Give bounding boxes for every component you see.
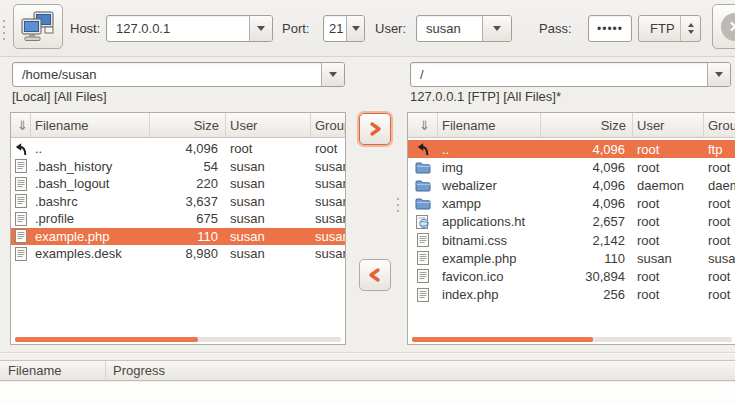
text-file-icon [15, 194, 27, 208]
sort-descending-icon: ⇓ [419, 118, 430, 133]
toolbar: Host: 127.0.0.1 Port: 21 User: susan Pas… [0, 0, 735, 57]
chevron-down-icon [352, 26, 360, 31]
remote-path-input[interactable]: / [411, 63, 707, 86]
user-dropdown-button[interactable] [482, 16, 511, 41]
file-row[interactable]: .profile 675 susan susan [11, 210, 345, 228]
local-file-list: ⇓ Filename Size User Group .. 4,096 root… [10, 112, 346, 345]
file-row[interactable]: applications.ht 2,657 root root [408, 213, 735, 231]
local-path-dropdown-button[interactable] [321, 63, 344, 86]
port-label: Port: [282, 21, 309, 36]
port-combo[interactable]: 21 [323, 15, 365, 42]
transfer-splitter-handle[interactable] [0, 352, 735, 354]
spin-up-icon [688, 23, 694, 27]
spin-down-icon [688, 30, 694, 34]
stop-button[interactable]: ✕ [712, 4, 735, 49]
sort-column-header[interactable]: ⇓ [408, 113, 438, 137]
host-combo[interactable]: 127.0.0.1 [106, 15, 273, 42]
column-divider [105, 361, 106, 381]
filename-column-header[interactable]: Filename [438, 113, 541, 137]
size-column-header[interactable]: Size [541, 113, 633, 137]
sort-descending-icon: ⇓ [17, 118, 28, 133]
stop-x-icon: ✕ [721, 13, 735, 41]
scrollbar-thumb[interactable] [412, 337, 593, 342]
file-row[interactable]: examples.desk 8,980 susan susan [11, 245, 345, 263]
text-file-icon [15, 177, 27, 191]
protocol-value: FTP [639, 16, 680, 41]
arrow-left-icon [368, 267, 382, 283]
file-row[interactable]: .bash_logout 220 susan susan [11, 175, 345, 193]
pass-label: Pass: [539, 21, 572, 36]
file-row[interactable]: xampp 4,096 root root [408, 195, 735, 213]
user-combo[interactable]: susan [416, 15, 512, 42]
updir-arrow-icon [417, 142, 430, 156]
transfer-right-button[interactable] [359, 113, 391, 145]
queue-progress-column-header[interactable]: Progress [113, 363, 165, 378]
text-file-icon [15, 212, 27, 226]
remote-horizontal-scrollbar[interactable] [412, 337, 732, 342]
user-label: User: [375, 21, 406, 36]
text-file-icon [417, 233, 429, 247]
password-input[interactable]: ••••• [588, 15, 632, 42]
folder-icon [415, 161, 431, 174]
local-path-combo[interactable]: /home/susan [12, 62, 345, 87]
host-input[interactable]: 127.0.0.1 [107, 16, 249, 41]
host-dropdown-button[interactable] [249, 16, 272, 41]
user-column-header[interactable]: User [226, 113, 311, 137]
transfer-queue-list[interactable] [0, 382, 735, 405]
connect-computers-icon [20, 11, 56, 43]
text-file-icon [15, 247, 27, 261]
remote-path-dropdown-button[interactable] [707, 63, 730, 86]
transfer-left-button[interactable] [359, 259, 391, 291]
queue-filename-column-header[interactable]: Filename [8, 363, 61, 378]
host-label: Host: [70, 21, 100, 36]
size-column-header[interactable]: Size [150, 113, 226, 137]
toolbar-grip-handle[interactable] [2, 18, 6, 40]
file-row[interactable]: example.php 110 susan susan [11, 228, 345, 246]
connect-button[interactable] [13, 4, 63, 49]
file-row[interactable]: .. 4,096 root root [11, 140, 345, 158]
scrollbar-thumb[interactable] [15, 337, 198, 342]
file-row[interactable]: bitnami.css 2,142 root root [408, 231, 735, 249]
html-file-icon [416, 215, 430, 229]
folder-icon [415, 179, 431, 192]
file-row[interactable]: favicon.ico 30,894 root root [408, 267, 735, 285]
filename-column-header[interactable]: Filename [31, 113, 150, 137]
text-file-icon [417, 269, 429, 283]
pane-splitter-handle[interactable] [396, 196, 400, 214]
file-row[interactable]: example.php 110 susan susan [408, 249, 735, 267]
remote-file-list: ⇓ Filename Size User Group .. 4,096 root… [407, 112, 735, 345]
file-row[interactable]: .bash_history 54 susan susan [11, 158, 345, 176]
protocol-spinner[interactable]: FTP [638, 15, 701, 42]
arrow-right-icon [368, 121, 382, 137]
local-list-header: ⇓ Filename Size User Group [11, 113, 345, 138]
chevron-down-icon [493, 26, 501, 31]
updir-arrow-icon [15, 142, 28, 156]
port-dropdown-button[interactable] [346, 16, 364, 41]
port-input[interactable]: 21 [324, 16, 346, 41]
remote-status-label: 127.0.0.1 [FTP] [All Files]* [410, 89, 561, 104]
text-file-icon [15, 229, 27, 243]
user-input[interactable]: susan [417, 16, 482, 41]
remote-list-header: ⇓ Filename Size User Group [408, 113, 735, 138]
file-row[interactable]: .bashrc 3,637 susan susan [11, 193, 345, 211]
text-file-icon [417, 251, 429, 265]
file-row[interactable]: webalizer 4,096 daemon daemon [408, 176, 735, 194]
text-file-icon [15, 159, 27, 173]
sort-column-header[interactable]: ⇓ [11, 113, 31, 137]
text-file-icon [417, 288, 429, 302]
protocol-spin-buttons[interactable] [680, 16, 700, 41]
chevron-down-icon [257, 26, 265, 31]
local-path-input[interactable]: /home/susan [13, 63, 321, 86]
group-column-header[interactable]: Group [311, 113, 345, 137]
file-row[interactable]: index.php 256 root root [408, 286, 735, 304]
user-column-header[interactable]: User [633, 113, 704, 137]
chevron-down-icon [329, 72, 337, 77]
chevron-down-icon [715, 72, 723, 77]
transfer-queue-header: Filename Progress [0, 360, 735, 381]
local-horizontal-scrollbar[interactable] [15, 337, 341, 342]
file-row[interactable]: img 4,096 root root [408, 158, 735, 176]
remote-path-combo[interactable]: / [410, 62, 731, 87]
file-row[interactable]: .. 4,096 root ftp [408, 140, 735, 158]
group-column-header[interactable]: Group [704, 113, 735, 137]
local-status-label: [Local] [All Files] [12, 89, 107, 104]
